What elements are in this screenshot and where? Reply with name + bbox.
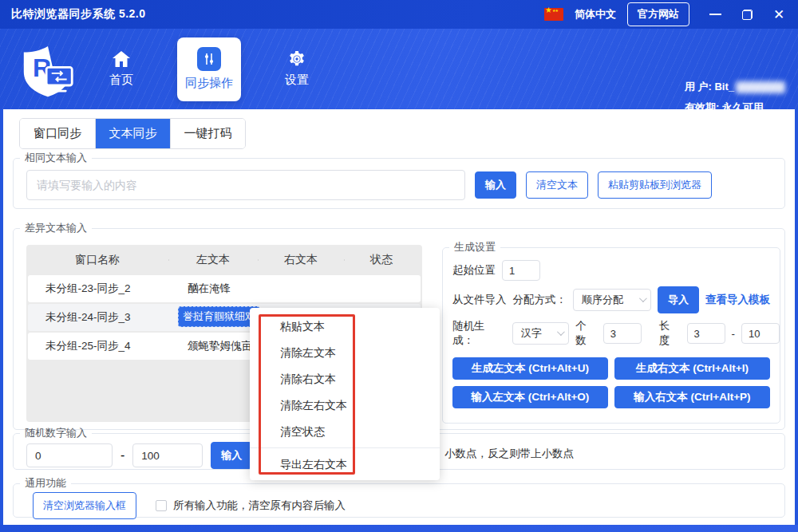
random-generate-label: 随机生成： — [452, 319, 506, 348]
checkbox-label: 所有输入功能，清空原有内容后输入 — [173, 499, 346, 513]
col-header-right-text: 右文本 — [258, 253, 344, 267]
menu-item-clear-right-text[interactable]: 清除右文本 — [250, 366, 440, 392]
context-menu: 粘贴文本 清除左文本 清除右文本 清除左右文本 清空状态 导出左右文本 — [250, 308, 440, 480]
nav-item-label: 同步操作 — [185, 76, 233, 91]
menu-item-export-both-text[interactable]: 导出左右文本 — [250, 451, 440, 478]
same-text-input-button[interactable]: 输入 — [475, 171, 516, 199]
range-separator: - — [120, 448, 124, 463]
menu-item-clear-left-text[interactable]: 清除左文本 — [250, 340, 440, 366]
chevron-down-icon — [639, 294, 647, 302]
close-icon: ✕ — [773, 8, 784, 22]
input-left-text-button[interactable]: 输入左文本 (Ctrl+Alt+O) — [452, 386, 608, 408]
nav-item-sync-operations[interactable]: 同步操作 — [177, 37, 241, 101]
cell-window-name: 未分组-23-同步_2 — [28, 282, 170, 296]
nav-item-label: 首页 — [109, 73, 133, 88]
window-bottom-border — [0, 525, 798, 532]
nav-item-label: 设置 — [285, 73, 309, 88]
col-header-left-text: 左文本 — [168, 253, 258, 267]
tab-text-sync[interactable]: 文本同步 — [95, 119, 170, 148]
cell-window-name: 未分组-25-同步_4 — [28, 339, 170, 353]
cell-left-text[interactable]: 誉挝育腘狱细对 — [170, 306, 259, 329]
user-label: 用 户: Bit_ — [685, 81, 734, 93]
same-text-input[interactable] — [26, 170, 465, 200]
sliders-icon — [197, 47, 221, 71]
close-button[interactable]: ✕ — [771, 6, 787, 22]
china-flag-icon: ★ ★★ — [544, 8, 563, 21]
common-functions-legend: 通用功能 — [20, 476, 71, 491]
generate-left-text-button[interactable]: 生成左文本 (Ctrl+Alt+U) — [452, 357, 608, 380]
start-position-label: 起始位置 — [452, 263, 496, 278]
sync-tabs: 窗口同步 文本同步 一键打码 — [19, 118, 246, 149]
paste-clipboard-button[interactable]: 粘贴剪贴板到浏览器 — [598, 171, 712, 199]
checkbox-unchecked[interactable] — [156, 500, 167, 511]
app-logo: R — [18, 45, 78, 102]
input-right-text-button[interactable]: 输入右文本 (Ctrl+Alt+P) — [614, 386, 770, 408]
menu-item-paste-text[interactable]: 粘贴文本 — [250, 313, 440, 340]
nav-item-settings[interactable]: 设置 — [265, 42, 329, 96]
generate-settings-legend: 生成设置 — [449, 240, 500, 254]
menu-divider — [250, 447, 440, 448]
start-position-input[interactable] — [502, 260, 540, 281]
clear-text-button[interactable]: 清空文本 — [526, 171, 588, 199]
selected-left-text-chip[interactable]: 誉挝育腘狱细对 — [178, 306, 259, 327]
diff-text-legend: 差异文本输入 — [20, 221, 92, 235]
app-window: { "colors": { "primary": "#2e6ce8", "tit… — [0, 0, 798, 532]
official-website-button[interactable]: 官方网站 — [627, 2, 689, 26]
random-number-hint: 小数点，反之则带上小数点 — [444, 447, 574, 461]
count-input[interactable] — [603, 323, 642, 344]
table-row[interactable]: 未分组-23-同步_2 酗在淹锋 — [28, 275, 421, 302]
menu-item-clear-status[interactable]: 清空状态 — [250, 419, 440, 445]
home-icon — [112, 50, 131, 68]
generate-settings-section: 生成设置 起始位置 从文件导入 分配方式： 顺序分配 导入 查看导入模板 随机生… — [442, 240, 780, 424]
validity-label: 有效期: 永久可用 — [685, 97, 785, 118]
maximize-button[interactable] — [739, 6, 755, 22]
common-functions-section: 通用功能 清空浏览器输入框 所有输入功能，清空原有内容后输入 — [13, 476, 785, 518]
clear-before-input-option[interactable]: 所有输入功能，清空原有内容后输入 — [156, 499, 346, 513]
import-button[interactable]: 导入 — [658, 286, 699, 313]
file-import-label: 从文件导入 — [452, 293, 507, 307]
same-text-legend: 相同文本输入 — [20, 151, 92, 165]
same-text-section: 相同文本输入 输入 清空文本 粘贴剪贴板到浏览器 — [13, 151, 785, 209]
random-max-input[interactable] — [132, 443, 203, 467]
minimize-button[interactable] — [707, 6, 723, 22]
random-number-legend: 随机数字输入 — [20, 426, 92, 440]
restore-icon — [742, 10, 753, 20]
length-max-input[interactable] — [741, 323, 780, 344]
length-label: 长度 — [659, 319, 681, 348]
clear-browser-inputs-button[interactable]: 清空浏览器输入框 — [33, 492, 136, 519]
random-input-button[interactable]: 输入 — [211, 442, 252, 469]
random-min-input[interactable] — [26, 443, 113, 467]
gear-icon — [288, 50, 306, 68]
col-header-window-name: 窗口名称 — [26, 253, 168, 267]
cell-window-name: 未分组-24-同步_3 — [28, 310, 170, 325]
chevron-down-icon — [557, 328, 565, 336]
main-nav: R 首页 同步操作 — [0, 29, 798, 109]
minimize-icon — [709, 14, 721, 15]
length-min-input[interactable] — [687, 323, 725, 344]
user-info: 用 户: Bit_ 有效期: 永久可用 — [685, 77, 785, 118]
generate-right-text-button[interactable]: 生成右文本 (Ctrl+Alt+I) — [614, 357, 770, 380]
titlebar: 比特浏览器同步系统 5.2.0 ★ ★★ 简体中文 官方网站 ✕ — [0, 0, 798, 29]
nav-item-home[interactable]: 首页 — [89, 42, 153, 96]
allocation-select[interactable]: 顺序分配 — [573, 289, 651, 311]
random-type-select[interactable]: 汉字 — [512, 322, 570, 345]
cell-left-text[interactable]: 酗在淹锋 — [170, 282, 259, 296]
redacted-username — [736, 81, 785, 93]
app-title: 比特浏览器同步系统 5.2.0 — [11, 7, 146, 22]
count-label: 个数 — [575, 319, 597, 348]
col-header-status: 状态 — [344, 253, 419, 267]
cell-left-text[interactable]: 颁蝇挚姆傀亩停 — [170, 339, 259, 353]
allocation-label: 分配方式： — [513, 293, 567, 307]
table-header-row: 窗口名称 左文本 右文本 状态 — [26, 245, 422, 275]
view-import-template-link[interactable]: 查看导入模板 — [705, 293, 770, 307]
range-separator: - — [732, 328, 736, 340]
tab-window-sync[interactable]: 窗口同步 — [20, 119, 95, 148]
language-selector[interactable]: 简体中文 — [575, 7, 616, 22]
menu-item-clear-both-text[interactable]: 清除左右文本 — [250, 392, 440, 419]
tab-one-click-captcha[interactable]: 一键打码 — [170, 119, 245, 148]
